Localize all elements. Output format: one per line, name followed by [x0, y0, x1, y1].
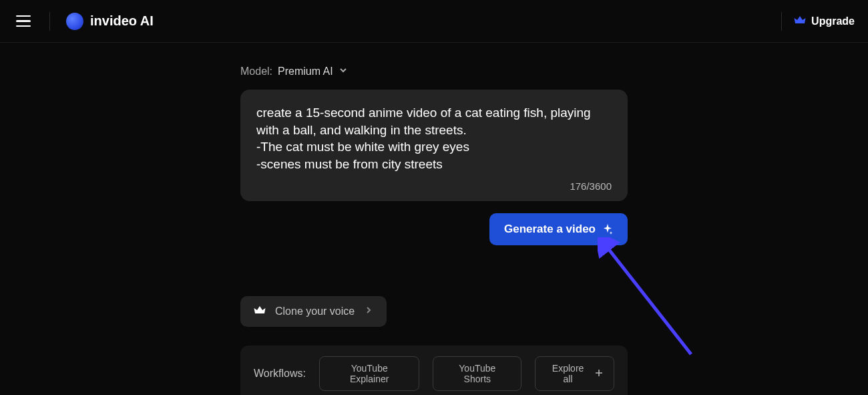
header-left: invideo AI [13, 12, 154, 31]
workflows-label: Workflows: [254, 368, 306, 380]
logo-icon [66, 13, 83, 30]
divider [49, 12, 50, 31]
workflow-explore-all[interactable]: Explore all [535, 356, 614, 391]
plus-icon [595, 368, 603, 379]
upgrade-label: Upgrade [811, 15, 855, 27]
menu-button[interactable] [13, 13, 33, 30]
crown-icon [254, 305, 266, 317]
model-label: Model: [240, 65, 272, 78]
workflows-row: Workflows: YouTube Explainer YouTube Sho… [240, 346, 628, 395]
generate-label: Generate a video [504, 223, 596, 236]
app-header: invideo AI Upgrade [0, 0, 868, 43]
workflow-label: YouTube Explainer [331, 363, 409, 384]
crown-icon [794, 15, 806, 27]
upgrade-button[interactable]: Upgrade [794, 15, 855, 27]
workflow-youtube-explainer[interactable]: YouTube Explainer [319, 356, 420, 391]
workflow-label: YouTube Shorts [444, 363, 510, 384]
main-content: Model: Premium AI create a 15-second ani… [0, 43, 868, 395]
chevron-down-icon [339, 65, 348, 78]
sparkle-icon [602, 224, 613, 235]
header-right: Upgrade [781, 12, 855, 31]
divider [781, 12, 782, 31]
brand-name: invideo AI [90, 13, 154, 29]
content-wrap: Model: Premium AI create a 15-second ani… [240, 65, 628, 395]
generate-video-button[interactable]: Generate a video [489, 213, 628, 245]
prompt-box: create a 15-second anime video of a cat … [240, 90, 628, 201]
prompt-input[interactable]: create a 15-second anime video of a cat … [256, 104, 612, 174]
generate-row: Generate a video [240, 213, 628, 245]
char-count: 176/3600 [256, 180, 612, 192]
chevron-right-icon [364, 305, 373, 317]
model-selector[interactable]: Model: Premium AI [240, 65, 628, 78]
workflow-youtube-shorts[interactable]: YouTube Shorts [433, 356, 521, 391]
model-value: Premium AI [278, 65, 333, 78]
workflow-label: Explore all [546, 363, 590, 384]
clone-voice-label: Clone your voice [275, 305, 355, 317]
brand-logo[interactable]: invideo AI [66, 13, 154, 30]
clone-voice-button[interactable]: Clone your voice [240, 296, 387, 327]
